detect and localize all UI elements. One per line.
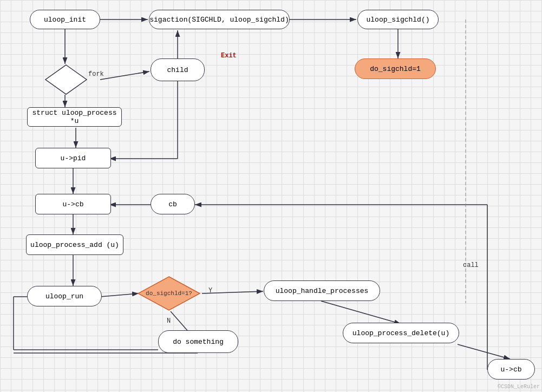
fork-label: fork bbox=[88, 70, 104, 78]
u-cb-node: u->cb bbox=[35, 194, 111, 214]
uloop-sigchld-fn-node: uloop_sigchld() bbox=[357, 10, 439, 29]
y-label: Y bbox=[208, 287, 212, 295]
svg-line-18 bbox=[100, 293, 139, 297]
watermark: ©CSDN_LeRuler bbox=[498, 384, 540, 390]
child-node: child bbox=[151, 58, 205, 81]
fork-diamond bbox=[44, 64, 88, 95]
svg-marker-28 bbox=[45, 65, 87, 94]
diagram-canvas: uloop_init sigaction(SIGCHLD, uloop_sigc… bbox=[0, 0, 542, 392]
exit-label: Exit bbox=[221, 52, 237, 60]
u-cb2-node: u->cb bbox=[487, 359, 535, 380]
u-pid-node: u->pid bbox=[35, 148, 111, 168]
sigaction-node: sigaction(SIGCHLD, uloop_sigchld) bbox=[149, 10, 290, 29]
svg-line-6 bbox=[100, 71, 149, 80]
call-label: call bbox=[463, 262, 479, 269]
dosigchld-diamond: do_sigchld=1? bbox=[136, 275, 201, 312]
uloop-init-node: uloop_init bbox=[30, 10, 100, 29]
do-sigchld1-node: do_sigchld=1 bbox=[355, 58, 436, 79]
uloop-process-add-node: uloop_process_add (u) bbox=[26, 234, 123, 255]
uloop-handle-node: uloop_handle_processes bbox=[264, 280, 380, 301]
do-something-node: do something bbox=[158, 330, 238, 353]
svg-line-24 bbox=[321, 301, 401, 324]
struct-u-node: struct uloop_process *u bbox=[27, 107, 122, 127]
svg-text:do_sigchld=1?: do_sigchld=1? bbox=[146, 290, 192, 297]
n-label: N bbox=[167, 317, 171, 325]
svg-line-25 bbox=[458, 344, 510, 359]
cb-node: cb bbox=[151, 194, 195, 214]
uloop-run-node: uloop_run bbox=[27, 286, 102, 306]
uloop-process-delete-node: uloop_process_delete(u) bbox=[343, 323, 459, 343]
